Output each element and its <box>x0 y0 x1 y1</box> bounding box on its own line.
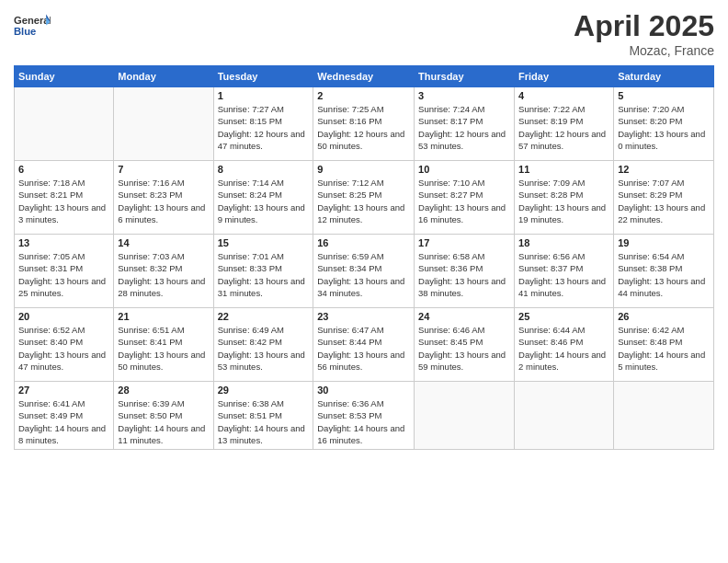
table-row: 2Sunrise: 7:25 AM Sunset: 8:16 PM Daylig… <box>313 87 415 161</box>
day-info: Sunrise: 7:16 AM Sunset: 8:23 PM Dayligh… <box>118 177 209 225</box>
day-info: Sunrise: 7:10 AM Sunset: 8:27 PM Dayligh… <box>418 177 510 225</box>
day-info: Sunrise: 7:18 AM Sunset: 8:21 PM Dayligh… <box>18 177 109 225</box>
table-row: 14Sunrise: 7:03 AM Sunset: 8:32 PM Dayli… <box>114 235 213 308</box>
day-info: Sunrise: 6:36 AM Sunset: 8:53 PM Dayligh… <box>317 397 410 446</box>
day-number: 17 <box>418 237 510 248</box>
table-row: 5Sunrise: 7:20 AM Sunset: 8:20 PM Daylig… <box>614 87 714 161</box>
day-number: 24 <box>418 311 510 322</box>
day-number: 5 <box>618 90 710 101</box>
table-row: 6Sunrise: 7:18 AM Sunset: 8:21 PM Daylig… <box>15 161 114 235</box>
day-info: Sunrise: 6:52 AM Sunset: 8:40 PM Dayligh… <box>18 324 109 373</box>
day-info: Sunrise: 6:39 AM Sunset: 8:50 PM Dayligh… <box>118 397 209 446</box>
table-row: 27Sunrise: 6:41 AM Sunset: 8:49 PM Dayli… <box>15 382 114 450</box>
table-row: 24Sunrise: 6:46 AM Sunset: 8:45 PM Dayli… <box>415 308 515 382</box>
day-info: Sunrise: 6:51 AM Sunset: 8:41 PM Dayligh… <box>118 324 209 373</box>
day-info: Sunrise: 7:07 AM Sunset: 8:29 PM Dayligh… <box>618 177 710 225</box>
title-area: April 2025 Mozac, France <box>574 9 714 58</box>
table-row: 11Sunrise: 7:09 AM Sunset: 8:28 PM Dayli… <box>515 161 614 235</box>
day-info: Sunrise: 6:46 AM Sunset: 8:45 PM Dayligh… <box>418 324 510 373</box>
table-row: 8Sunrise: 7:14 AM Sunset: 8:24 PM Daylig… <box>213 161 313 235</box>
table-row: 23Sunrise: 6:47 AM Sunset: 8:44 PM Dayli… <box>313 308 415 382</box>
day-info: Sunrise: 6:38 AM Sunset: 8:51 PM Dayligh… <box>218 397 310 446</box>
day-info: Sunrise: 7:22 AM Sunset: 8:19 PM Dayligh… <box>518 103 609 152</box>
page: General Blue April 2025 Mozac, France Su… <box>0 0 728 563</box>
col-tuesday: Tuesday <box>213 66 313 87</box>
table-row: 19Sunrise: 6:54 AM Sunset: 8:38 PM Dayli… <box>614 235 714 308</box>
day-number: 3 <box>418 90 510 101</box>
day-number: 14 <box>118 237 209 248</box>
day-number: 20 <box>18 311 109 322</box>
day-info: Sunrise: 6:58 AM Sunset: 8:36 PM Dayligh… <box>418 250 510 299</box>
day-number: 18 <box>518 237 609 248</box>
day-number: 29 <box>218 385 310 396</box>
day-info: Sunrise: 6:56 AM Sunset: 8:37 PM Dayligh… <box>518 250 609 299</box>
header-row: Sunday Monday Tuesday Wednesday Thursday… <box>15 66 714 87</box>
day-number: 8 <box>218 164 310 175</box>
day-number: 21 <box>118 311 209 322</box>
day-info: Sunrise: 7:05 AM Sunset: 8:31 PM Dayligh… <box>18 250 109 299</box>
table-row: 7Sunrise: 7:16 AM Sunset: 8:23 PM Daylig… <box>114 161 213 235</box>
month-title: April 2025 <box>574 9 714 43</box>
day-info: Sunrise: 7:24 AM Sunset: 8:17 PM Dayligh… <box>418 103 510 152</box>
table-row: 17Sunrise: 6:58 AM Sunset: 8:36 PM Dayli… <box>415 235 515 308</box>
day-info: Sunrise: 6:54 AM Sunset: 8:38 PM Dayligh… <box>618 250 710 299</box>
day-info: Sunrise: 6:41 AM Sunset: 8:49 PM Dayligh… <box>18 397 109 446</box>
col-monday: Monday <box>114 66 213 87</box>
table-row <box>614 382 714 450</box>
day-number: 10 <box>418 164 510 175</box>
table-row: 16Sunrise: 6:59 AM Sunset: 8:34 PM Dayli… <box>313 235 415 308</box>
table-row <box>515 382 614 450</box>
day-number: 1 <box>218 90 310 101</box>
table-row: 13Sunrise: 7:05 AM Sunset: 8:31 PM Dayli… <box>15 235 114 308</box>
day-number: 22 <box>218 311 310 322</box>
day-number: 6 <box>18 164 109 175</box>
day-number: 27 <box>18 385 109 396</box>
col-saturday: Saturday <box>614 66 714 87</box>
table-row: 4Sunrise: 7:22 AM Sunset: 8:19 PM Daylig… <box>515 87 614 161</box>
table-row: 26Sunrise: 6:42 AM Sunset: 8:48 PM Dayli… <box>614 308 714 382</box>
day-info: Sunrise: 6:42 AM Sunset: 8:48 PM Dayligh… <box>618 324 710 373</box>
table-row: 15Sunrise: 7:01 AM Sunset: 8:33 PM Dayli… <box>213 235 313 308</box>
day-info: Sunrise: 6:49 AM Sunset: 8:42 PM Dayligh… <box>218 324 310 373</box>
col-sunday: Sunday <box>15 66 114 87</box>
day-number: 16 <box>317 237 410 248</box>
day-number: 26 <box>618 311 710 322</box>
day-number: 15 <box>218 237 310 248</box>
day-info: Sunrise: 7:25 AM Sunset: 8:16 PM Dayligh… <box>317 103 410 152</box>
day-number: 2 <box>317 90 410 101</box>
day-info: Sunrise: 7:12 AM Sunset: 8:25 PM Dayligh… <box>317 177 410 225</box>
logo-icon: General Blue <box>14 9 51 41</box>
table-row: 12Sunrise: 7:07 AM Sunset: 8:29 PM Dayli… <box>614 161 714 235</box>
day-number: 4 <box>518 90 609 101</box>
svg-text:Blue: Blue <box>14 26 36 37</box>
table-row: 29Sunrise: 6:38 AM Sunset: 8:51 PM Dayli… <box>213 382 313 450</box>
day-number: 7 <box>118 164 209 175</box>
table-row: 22Sunrise: 6:49 AM Sunset: 8:42 PM Dayli… <box>213 308 313 382</box>
col-thursday: Thursday <box>415 66 515 87</box>
location: Mozac, France <box>574 43 714 58</box>
day-info: Sunrise: 6:59 AM Sunset: 8:34 PM Dayligh… <box>317 250 410 299</box>
day-info: Sunrise: 6:44 AM Sunset: 8:46 PM Dayligh… <box>518 324 609 373</box>
day-number: 30 <box>317 385 410 396</box>
day-number: 28 <box>118 385 209 396</box>
col-friday: Friday <box>515 66 614 87</box>
header: General Blue April 2025 Mozac, France <box>14 9 714 58</box>
col-wednesday: Wednesday <box>313 66 415 87</box>
day-info: Sunrise: 7:20 AM Sunset: 8:20 PM Dayligh… <box>618 103 710 152</box>
table-row <box>15 87 114 161</box>
table-row: 21Sunrise: 6:51 AM Sunset: 8:41 PM Dayli… <box>114 308 213 382</box>
day-number: 9 <box>317 164 410 175</box>
day-info: Sunrise: 7:09 AM Sunset: 8:28 PM Dayligh… <box>518 177 609 225</box>
table-row <box>415 382 515 450</box>
table-row: 30Sunrise: 6:36 AM Sunset: 8:53 PM Dayli… <box>313 382 415 450</box>
table-row: 3Sunrise: 7:24 AM Sunset: 8:17 PM Daylig… <box>415 87 515 161</box>
logo: General Blue <box>14 9 52 41</box>
day-number: 12 <box>618 164 710 175</box>
day-number: 19 <box>618 237 710 248</box>
day-number: 13 <box>18 237 109 248</box>
table-row: 10Sunrise: 7:10 AM Sunset: 8:27 PM Dayli… <box>415 161 515 235</box>
table-row: 1Sunrise: 7:27 AM Sunset: 8:15 PM Daylig… <box>213 87 313 161</box>
day-number: 11 <box>518 164 609 175</box>
table-row: 9Sunrise: 7:12 AM Sunset: 8:25 PM Daylig… <box>313 161 415 235</box>
day-info: Sunrise: 6:47 AM Sunset: 8:44 PM Dayligh… <box>317 324 410 373</box>
